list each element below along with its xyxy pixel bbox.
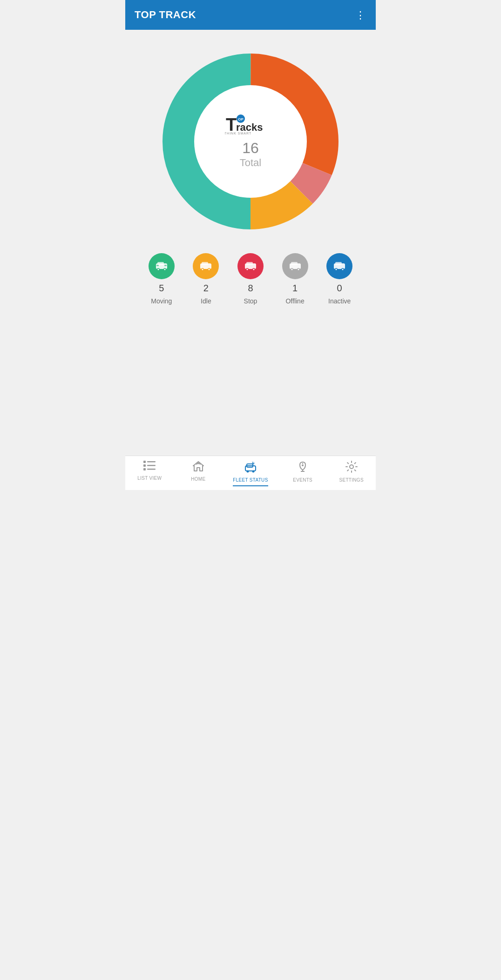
inactive-icon-circle <box>326 253 352 279</box>
nav-item-list-view[interactable]: LIST VIEW <box>135 461 163 486</box>
svg-point-47 <box>252 470 254 473</box>
nav-label-fleet-status: FLEET STATUS <box>233 477 268 483</box>
svg-rect-42 <box>143 468 146 470</box>
chart-center: T OP racks THINK SMART 16 Total <box>225 114 276 168</box>
fleet-donut-chart: T OP racks THINK SMART 16 Total <box>157 48 344 235</box>
svg-point-8 <box>157 269 159 270</box>
list-view-icon <box>143 461 156 474</box>
svg-rect-14 <box>202 262 208 265</box>
total-count: 16 <box>242 140 259 156</box>
stop-car-icon <box>243 259 258 274</box>
svg-rect-12 <box>164 265 167 266</box>
nav-label-events: EVENTS <box>293 477 312 483</box>
svg-text:OP: OP <box>238 117 244 121</box>
logo-svg: T OP racks THINK SMART <box>225 114 276 134</box>
svg-point-18 <box>209 269 210 270</box>
status-item-inactive[interactable]: 0 Inactive <box>326 253 352 305</box>
status-item-moving[interactable]: 5 Moving <box>149 253 175 305</box>
status-item-idle[interactable]: 2 Idle <box>193 253 219 305</box>
offline-icon-circle <box>282 253 308 279</box>
app-title: TOP TRACK <box>135 9 196 21</box>
svg-rect-41 <box>143 464 146 467</box>
svg-point-16 <box>202 269 203 270</box>
svg-text:THINK SMART: THINK SMART <box>225 132 251 134</box>
svg-rect-37 <box>147 461 156 463</box>
moving-label: Moving <box>151 297 172 305</box>
moving-icon-circle <box>149 253 175 279</box>
nav-item-fleet-status[interactable]: FLEET STATUS <box>233 461 268 486</box>
stop-label: Stop <box>244 297 257 305</box>
svg-rect-26 <box>291 262 298 265</box>
svg-rect-11 <box>156 265 159 266</box>
svg-rect-38 <box>147 465 156 466</box>
idle-count: 2 <box>203 283 209 294</box>
nav-item-home[interactable]: HOME <box>184 461 212 486</box>
nav-label-home: HOME <box>191 477 205 482</box>
offline-count: 1 <box>292 283 298 294</box>
stop-count: 8 <box>248 283 253 294</box>
svg-point-34 <box>336 269 337 270</box>
main-content: T OP racks THINK SMART 16 Total <box>125 30 376 456</box>
svg-point-22 <box>246 269 248 270</box>
inactive-label: Inactive <box>328 297 351 305</box>
svg-rect-40 <box>143 461 146 463</box>
logo: T OP racks THINK SMART <box>225 114 276 136</box>
nav-item-settings[interactable]: SETTINGS <box>338 461 366 486</box>
svg-point-52 <box>350 465 353 469</box>
fleet-status-icon <box>244 461 257 476</box>
inactive-car-icon <box>332 259 347 274</box>
svg-rect-32 <box>335 262 342 265</box>
nav-label-list-view: LIST VIEW <box>137 476 162 481</box>
status-item-offline[interactable]: 1 Offline <box>282 253 308 305</box>
nav-active-indicator <box>233 485 268 486</box>
svg-point-10 <box>164 269 165 270</box>
svg-point-24 <box>253 269 254 270</box>
settings-icon <box>345 461 358 476</box>
inactive-count: 0 <box>337 283 342 294</box>
svg-point-30 <box>298 269 299 270</box>
offline-label: Offline <box>285 297 304 305</box>
offline-car-icon <box>288 259 303 274</box>
moving-count: 5 <box>159 283 164 294</box>
nav-item-events[interactable]: EVENTS <box>289 461 317 486</box>
more-options-icon[interactable]: ⋮ <box>355 13 366 18</box>
events-icon <box>297 461 308 476</box>
bottom-nav: LIST VIEW HOME FLEET STAT <box>125 456 376 490</box>
svg-point-50 <box>302 464 304 466</box>
svg-rect-39 <box>147 469 156 470</box>
home-icon <box>192 461 204 475</box>
app-header: TOP TRACK ⋮ <box>125 0 376 30</box>
idle-label: Idle <box>201 297 211 305</box>
stop-icon-circle <box>237 253 264 279</box>
svg-point-28 <box>291 269 292 270</box>
idle-icon-circle <box>193 253 219 279</box>
svg-point-46 <box>246 470 249 473</box>
moving-car-icon <box>154 259 169 274</box>
status-row: 5 Moving 2 Idle <box>135 253 366 305</box>
status-item-stop[interactable]: 8 Stop <box>237 253 264 305</box>
idle-car-icon <box>198 259 213 274</box>
total-label: Total <box>240 157 261 169</box>
svg-rect-20 <box>246 262 253 265</box>
svg-point-36 <box>342 269 344 270</box>
nav-label-settings: SETTINGS <box>339 477 363 483</box>
svg-rect-6 <box>157 262 164 265</box>
